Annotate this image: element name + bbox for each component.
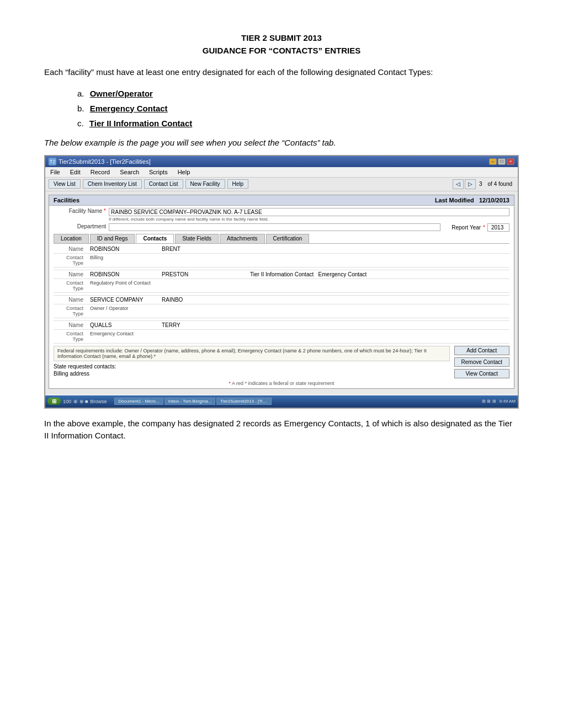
taskbar-icons: ⊕ ⊕ ■: [73, 399, 88, 404]
taskbar-info: 100 ⊕ ⊕ ■ Browse: [63, 399, 107, 404]
name-second-1: PRESTON: [158, 270, 247, 279]
bottom-area: Federal requirements include: Owner / Op…: [54, 346, 509, 378]
help-btn[interactable]: Help: [227, 179, 249, 189]
taskbar-app-1[interactable]: Document1 - Micro...: [114, 398, 163, 405]
contact-type-a-letter: a.: [77, 89, 84, 98]
contact-type-a-label: Owner/Operator: [90, 89, 153, 98]
doc-title: TIER 2 SUBMIT 2013: [44, 33, 519, 42]
close-btn[interactable]: ×: [507, 158, 514, 165]
report-year-field: Report Year * 2013: [452, 223, 509, 232]
browse-label: Browse: [90, 399, 107, 404]
screenshot-container: T2 Tier2Submit2013 - [Tier2Facilities] –…: [44, 155, 519, 409]
nav-prev-btn[interactable]: ◁: [453, 179, 464, 189]
contact-name-row-2: Name SERVICE COMPANY RAINBO: [54, 295, 509, 304]
document-container: TIER 2 SUBMIT 2013 GUIDANCE FOR “CONTACT…: [44, 33, 519, 442]
minimize-btn[interactable]: –: [489, 158, 497, 165]
tab-certification[interactable]: Certification: [266, 234, 310, 243]
taskbar: ⊞ 100 ⊕ ⊕ ■ Browse Document1 - Micro... …: [45, 395, 518, 408]
menu-help[interactable]: Help: [176, 168, 192, 176]
report-year-required: *: [483, 224, 485, 231]
name-first-3: QUALLS: [87, 320, 158, 329]
tab-contacts[interactable]: Contacts: [136, 234, 174, 243]
contact-type-c-letter: c.: [77, 119, 84, 128]
contact-type-c-label: Tier II Information Contact: [89, 119, 192, 128]
bottom-paragraph: In the above example, the company has de…: [44, 417, 519, 442]
department-report-row: Department Report Year * 2013: [54, 223, 509, 232]
name-label-1: Name: [54, 270, 87, 279]
tabs-row: Location ID and Regs Contacts State Fiel…: [54, 234, 509, 244]
name-first-0: ROBINSON: [87, 245, 158, 254]
maximize-btn[interactable]: □: [498, 158, 506, 165]
view-list-btn[interactable]: View List: [49, 179, 81, 189]
type-badges-2: [247, 295, 509, 304]
name-second-3: TERRY: [158, 320, 247, 329]
contact-name-row-0: Name ROBINSON BRENT: [54, 245, 509, 254]
menu-search[interactable]: Search: [118, 168, 141, 176]
menu-scripts[interactable]: Scripts: [147, 168, 169, 176]
tab-state-fields[interactable]: State Fields: [175, 234, 219, 243]
contact-type-a: a. Owner/Operator: [77, 89, 519, 98]
title-bar-buttons: – □ ×: [489, 158, 514, 165]
contact-type-value-0: Billing: [87, 253, 509, 267]
bottom-right: Add Contact Remove Contact View Contact: [454, 346, 509, 378]
facility-name-hint: If different, include both company name …: [109, 217, 509, 222]
tab-attachments[interactable]: Attachments: [220, 234, 265, 243]
taskbar-sys-icons: ⊞ ⊞ ⊞: [482, 399, 496, 404]
start-button[interactable]: ⊞: [47, 398, 61, 405]
contact-type-row-1: Contact Type Regulatory Point of Contact: [54, 279, 509, 292]
report-year-value[interactable]: 2013: [487, 223, 509, 232]
department-value[interactable]: [109, 223, 440, 231]
app-icon: T2: [49, 158, 56, 165]
department-label: Department: [54, 223, 109, 229]
contact-type-value-3: Emergency Contact: [87, 329, 509, 343]
new-facility-btn[interactable]: New Facility: [185, 179, 225, 189]
remove-contact-btn[interactable]: Remove Contact: [454, 357, 509, 367]
red-note: * A red * indicates a federal or state r…: [54, 381, 509, 386]
facility-name-value[interactable]: RAINBO SERVICE COMPANY--PROVAZNIK NO. A-…: [109, 208, 509, 216]
facility-name-label: Facility Name *: [54, 208, 109, 214]
view-contact-btn[interactable]: View Contact: [454, 369, 509, 378]
contact-type-b-label: Emergency Contact: [90, 104, 168, 113]
contact-type-b: b. Emergency Contact: [77, 104, 519, 113]
name-label-3: Name: [54, 320, 87, 329]
red-note-text: A red * indicates a federal or state req…: [232, 381, 334, 386]
type-label-2: Contact Type: [54, 304, 87, 318]
type-badges-3: [247, 320, 509, 329]
taskbar-app-3[interactable]: Tier2Submit2013 - [Tie...: [216, 398, 272, 405]
chem-inventory-list-btn[interactable]: Chem Inventory List: [83, 179, 142, 189]
add-contact-btn[interactable]: Add Contact: [454, 346, 509, 355]
tab-id-regs[interactable]: ID and Regs: [90, 234, 135, 243]
contact-type-c: c. Tier II Information Contact: [77, 119, 519, 128]
facilities-header: Facilities Last Modified 12/10/2013: [49, 195, 514, 206]
contact-list-btn[interactable]: Contact List: [144, 179, 183, 189]
billing-address-label: Billing address: [54, 371, 450, 377]
contact-type-row-3: Contact Type Emergency Contact: [54, 329, 509, 343]
last-modified-label: Last Modified: [435, 197, 474, 204]
state-contacts-label: State requested contacts:: [54, 363, 450, 370]
type-label-1: Contact Type: [54, 279, 87, 292]
menu-edit[interactable]: Edit: [68, 168, 82, 176]
contact-type-value-2: Owner / Operator: [87, 304, 509, 318]
facilities-label: Facilities: [54, 197, 79, 204]
facility-name-field-wrap: RAINBO SERVICE COMPANY--PROVAZNIK NO. A-…: [109, 208, 509, 222]
tab-location[interactable]: Location: [54, 234, 89, 243]
menu-file[interactable]: File: [49, 168, 62, 176]
name-label-2: Name: [54, 295, 87, 304]
taskbar-apps: Document1 - Micro... Inbox - Tom.Bergma.…: [114, 398, 272, 405]
name-first-2: SERVICE COMPANY: [87, 295, 158, 304]
facilities-panel: Facilities Last Modified 12/10/2013 Faci…: [49, 195, 514, 389]
taskbar-app-2[interactable]: Inbox - Tom.Bergma...: [164, 398, 216, 405]
bottom-left: Federal requirements include: Owner / Op…: [54, 346, 450, 378]
name-first-1: ROBINSON: [87, 270, 158, 279]
contact-type-value-1: Regulatory Point of Contact: [87, 279, 509, 292]
red-star-icon: *: [229, 381, 231, 386]
name-second-0: BRENT: [158, 245, 247, 254]
taskbar-time: 8:49 AM: [500, 399, 516, 404]
nav-next-btn[interactable]: ▷: [465, 179, 476, 189]
name-label-0: Name: [54, 245, 87, 254]
required-star: *: [104, 208, 106, 214]
nav-total: of 4 found: [488, 181, 512, 187]
federal-note: Federal requirements include: Owner / Op…: [54, 346, 450, 361]
menu-record[interactable]: Record: [89, 168, 111, 176]
content-area: Facilities Last Modified 12/10/2013 Faci…: [45, 191, 518, 394]
